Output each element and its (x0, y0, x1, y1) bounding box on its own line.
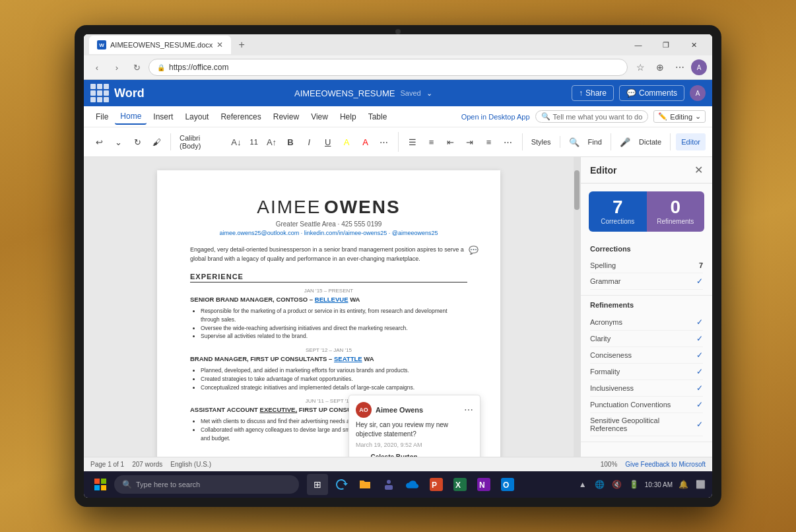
show-desktop-button[interactable]: ⬜ (694, 478, 707, 491)
bullets-button[interactable]: ☰ (404, 133, 421, 150)
taskbar-app-excel[interactable]: X (449, 474, 471, 495)
more-para[interactable]: ⋯ (500, 133, 517, 150)
font-size-select[interactable]: 11 (247, 136, 261, 148)
camera (395, 29, 401, 34)
menu-file[interactable]: File (90, 110, 114, 124)
taskbar-app-onenote[interactable]: N (473, 474, 494, 495)
job1-location-link[interactable]: BELLEVUE (315, 296, 348, 303)
dictate-button[interactable]: 🎤 (616, 133, 634, 150)
undo-dropdown[interactable]: ⌄ (110, 133, 127, 150)
tab-close-button[interactable]: ✕ (216, 40, 223, 50)
styles-select[interactable]: Styles (528, 136, 554, 148)
undo-button[interactable]: ↩ (90, 133, 108, 150)
redo-button[interactable]: ↻ (129, 133, 146, 150)
taskbar-chevron[interactable]: ▲ (576, 478, 589, 491)
spelling-item[interactable]: Spelling 7 (590, 258, 703, 273)
menu-review[interactable]: Review (268, 110, 304, 124)
formality-item[interactable]: Formality ✓ (590, 364, 703, 380)
find-label[interactable]: Find (585, 136, 605, 148)
align-button[interactable]: ≡ (481, 133, 498, 150)
notifications-button[interactable]: 🔔 (677, 478, 690, 491)
editor-close-button[interactable]: ✕ (694, 164, 703, 176)
browser-tab[interactable]: W AIMEEOWENS_RESUME.docx ✕ (89, 36, 231, 54)
geopolitical-item[interactable]: Sensitive Geopolitical References ✓ (590, 413, 703, 436)
document-area[interactable]: AIMEE OWENS Greater Seattle Area · 425 5… (84, 157, 574, 457)
comment-indicator[interactable]: 💬 (469, 246, 478, 255)
menu-view[interactable]: View (306, 110, 333, 124)
browser-chrome: W AIMEEOWENS_RESUME.docx ✕ + — ❐ ✕ ‹ › ↻… (84, 34, 712, 80)
maximize-button[interactable]: ❐ (653, 36, 679, 54)
document-scrollbar[interactable] (574, 157, 580, 457)
menu-layout[interactable]: Layout (180, 110, 214, 124)
comment-time-1: March 19, 2020, 9:52 AM (356, 442, 473, 448)
minimize-button[interactable]: — (625, 36, 651, 54)
taskbar-network[interactable]: 🌐 (593, 478, 607, 491)
menu-help[interactable]: Help (335, 110, 362, 124)
address-bar[interactable]: 🔒 https://office.com (149, 59, 628, 76)
font-color-button[interactable]: A (357, 133, 374, 150)
taskbar-search[interactable]: 🔍 Type here to search (114, 475, 299, 494)
user-avatar[interactable]: A (690, 85, 706, 101)
acronyms-item[interactable]: Acronyms ✓ (590, 314, 703, 331)
font-size-decrease[interactable]: A↓ (228, 133, 244, 150)
taskbar-app-onedrive[interactable] (402, 474, 423, 495)
grammar-item[interactable]: Grammar ✓ (590, 273, 703, 290)
more-font[interactable]: ⋯ (376, 133, 392, 150)
editor-panel-title: Editor (590, 165, 616, 176)
conciseness-item[interactable]: Conciseness ✓ (590, 347, 703, 364)
menu-references[interactable]: References (215, 110, 266, 124)
refresh-button[interactable]: ↻ (129, 59, 145, 75)
font-size-increase[interactable]: A↑ (263, 133, 280, 150)
close-button[interactable]: ✕ (680, 36, 707, 54)
feedback-link[interactable]: Give Feedback to Microsoft (625, 461, 706, 468)
clarity-item[interactable]: Clarity ✓ (590, 331, 703, 347)
menu-home[interactable]: Home (115, 109, 147, 125)
share-button[interactable]: ↑ Share (572, 85, 614, 101)
favorites-icon[interactable]: ☆ (632, 59, 649, 76)
format-painter[interactable]: 🖌 (148, 133, 165, 150)
comments-label: Comments (639, 88, 677, 98)
taskbar-volume[interactable]: 🔇 (611, 478, 624, 491)
comment-more-button[interactable]: ⋯ (464, 405, 473, 415)
taskbar-app-powerpoint[interactable]: P (426, 474, 447, 495)
more-icon[interactable]: ⋯ (671, 59, 688, 76)
doc-title-chevron[interactable]: ⌄ (426, 89, 432, 98)
comments-button[interactable]: 💬 Comments (619, 85, 684, 101)
taskbar-battery[interactable]: 🔋 (628, 478, 641, 491)
menu-table[interactable]: Table (363, 110, 393, 124)
back-button[interactable]: ‹ (89, 59, 105, 75)
italic-button[interactable]: I (301, 133, 317, 150)
highlight-button[interactable]: A (338, 133, 354, 150)
scroll-thumb[interactable] (574, 170, 580, 210)
underline-button[interactable]: U (319, 133, 336, 150)
tell-me-input[interactable]: 🔍 Tell me what you want to do (535, 110, 649, 123)
profile-avatar[interactable]: A (691, 59, 707, 75)
bold-button[interactable]: B (282, 133, 298, 150)
editing-button[interactable]: ✏️ Editing ⌄ (653, 110, 706, 123)
taskbar-app-files[interactable] (354, 474, 376, 495)
corrections-score[interactable]: 7 Corrections (589, 191, 647, 232)
new-tab-button[interactable]: + (234, 37, 249, 53)
waffle-menu[interactable] (90, 84, 109, 102)
taskbar-app-edge[interactable] (331, 474, 352, 495)
outdent-button[interactable]: ⇤ (442, 133, 459, 150)
find-button[interactable]: 🔍 (566, 133, 583, 150)
taskbar-app-outlook[interactable]: O (497, 474, 518, 495)
punctuation-item[interactable]: Punctuation Conventions ✓ (590, 397, 703, 413)
forward-button[interactable]: › (109, 59, 125, 75)
numbering-button[interactable]: ≡ (423, 133, 440, 150)
dictate-label[interactable]: Dictate (636, 136, 665, 148)
grammar-label: Grammar (590, 277, 620, 285)
indent-button[interactable]: ⇥ (461, 133, 479, 150)
inclusiveness-item[interactable]: Inclusiveness ✓ (590, 380, 703, 397)
taskbar-app-multitask[interactable]: ⊞ (307, 474, 328, 495)
taskbar-app-teams[interactable] (378, 474, 399, 495)
job2-location-link[interactable]: SEATTLE (334, 355, 362, 362)
refinements-score[interactable]: 0 Refinements (647, 191, 705, 232)
menu-insert[interactable]: Insert (148, 110, 178, 124)
start-button[interactable] (89, 473, 112, 496)
font-select[interactable]: Calibri (Body) (176, 132, 226, 152)
editor-ribbon-button[interactable]: Editor (676, 133, 706, 150)
open-desktop-button[interactable]: Open in Desktop App (461, 113, 530, 121)
bookmark-icon[interactable]: ⊕ (651, 59, 669, 76)
